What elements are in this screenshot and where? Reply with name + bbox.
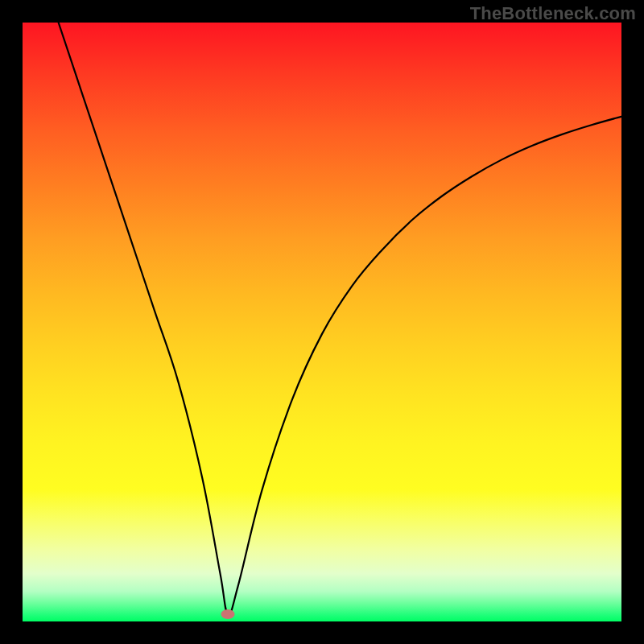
chart-frame: TheBottleneck.com: [0, 0, 644, 644]
bottleneck-curve: [23, 23, 621, 621]
watermark-text: TheBottleneck.com: [470, 3, 636, 24]
curve-path: [59, 23, 621, 614]
minimum-marker: [221, 609, 235, 619]
plot-area: [23, 23, 621, 621]
